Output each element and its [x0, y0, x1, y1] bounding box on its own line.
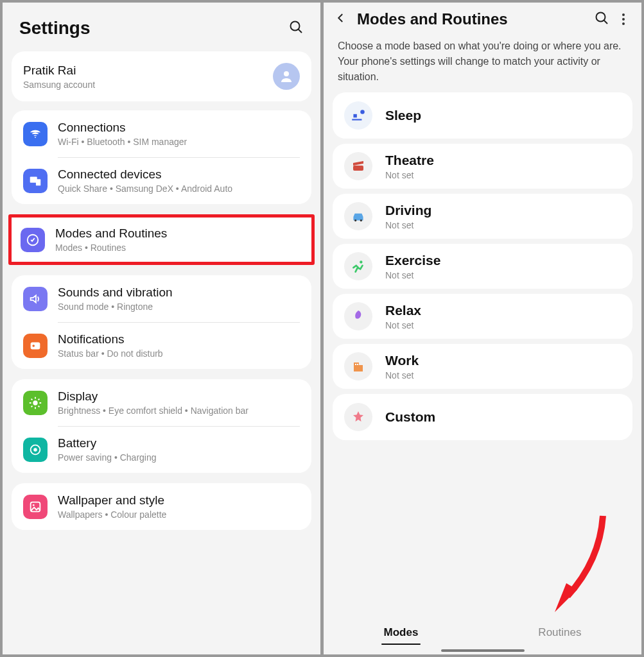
list-item-title: Display [58, 389, 248, 404]
settings-group-3: Display Brightness • Eye comfort shield … [12, 379, 311, 473]
page-title: Settings [19, 18, 90, 38]
settings-header: Settings [3, 3, 320, 47]
mode-exercise[interactable]: Exercise Not set [333, 244, 632, 289]
svg-point-7 [32, 345, 35, 347]
svg-rect-29 [359, 365, 363, 371]
highlighted-modes-routines[interactable]: Modes and Routines Modes • Routines [8, 214, 315, 265]
sound-icon [23, 287, 48, 311]
list-item-sub: Wallpapers • Colour palette [58, 509, 166, 520]
svg-rect-31 [357, 364, 358, 365]
notifications-icon [23, 334, 48, 358]
list-item-title: Battery [58, 436, 157, 450]
exercise-icon [344, 252, 372, 280]
list-item-notifications[interactable]: Notifications Status bar • Do not distur… [12, 322, 311, 369]
avatar [273, 63, 300, 90]
search-icon[interactable] [594, 10, 609, 28]
modes-routines-icon [21, 228, 45, 252]
svg-line-22 [604, 21, 608, 24]
svg-line-15 [31, 405, 33, 407]
devices-icon [23, 169, 48, 193]
list-item-connections[interactable]: Connections Wi-Fi • Bluetooth • SIM mana… [12, 110, 311, 157]
modes-description: Choose a mode based on what you're doing… [324, 32, 641, 92]
svg-point-21 [596, 13, 605, 22]
svg-point-27 [360, 260, 362, 263]
mode-relax[interactable]: Relax Not set [333, 294, 632, 339]
mode-sub: Not set [385, 370, 419, 380]
list-item-connected-devices[interactable]: Connected devices Quick Share • Samsung … [12, 157, 311, 204]
list-item-title: Wallpaper and style [58, 493, 166, 508]
mode-sub: Not set [385, 220, 431, 230]
svg-point-8 [33, 400, 37, 405]
svg-point-18 [33, 448, 37, 452]
battery-icon [23, 438, 48, 462]
theatre-icon [344, 152, 372, 180]
svg-point-20 [33, 504, 35, 506]
svg-rect-4 [36, 179, 40, 185]
modes-header: Modes and Routines [324, 3, 641, 32]
list-item-sub: Wi-Fi • Bluetooth • SIM manager [58, 137, 187, 147]
account-sub: Samsung account [23, 80, 95, 90]
list-item-title: Connected devices [58, 167, 232, 182]
mode-custom[interactable]: Custom [333, 394, 632, 440]
mode-title: Custom [385, 409, 435, 425]
page-title: Modes and Routines [357, 10, 584, 28]
mode-title: Exercise [385, 253, 440, 268]
svg-point-2 [284, 71, 289, 76]
list-item-sub: Brightness • Eye comfort shield • Naviga… [58, 405, 248, 416]
settings-group-4: Wallpaper and style Wallpapers • Colour … [12, 483, 311, 530]
list-item-sub: Quick Share • Samsung DeX • Android Auto [58, 183, 232, 194]
list-item-wallpaper[interactable]: Wallpaper and style Wallpapers • Colour … [12, 483, 311, 530]
mode-sub: Not set [385, 320, 421, 330]
list-item-title: Modes and Routines [55, 226, 167, 241]
list-item-sub: Status bar • Do not disturb [58, 348, 163, 359]
mode-sleep[interactable]: Sleep [333, 92, 632, 139]
wallpaper-icon [23, 495, 48, 519]
list-item-battery[interactable]: Battery Power saving • Charging [12, 426, 311, 473]
svg-rect-30 [355, 364, 356, 365]
svg-line-16 [39, 398, 40, 400]
mode-title: Driving [385, 203, 431, 218]
relax-icon [344, 302, 372, 330]
sleep-icon [344, 101, 372, 130]
driving-icon [344, 202, 372, 230]
settings-group-1: Connections Wi-Fi • Bluetooth • SIM mana… [12, 110, 311, 204]
list-item-sub: Sound mode • Ringtone [58, 302, 173, 312]
mode-title: Theatre [385, 153, 434, 168]
search-icon[interactable] [288, 19, 304, 37]
svg-line-14 [39, 405, 40, 407]
mode-theatre[interactable]: Theatre Not set [333, 144, 632, 189]
modes-list: Sleep Theatre Not set Driving Not set [324, 92, 641, 617]
display-icon [23, 391, 48, 415]
modes-routines-screen: Modes and Routines Choose a mode based o… [324, 3, 641, 654]
svg-point-25 [354, 219, 356, 221]
list-item-title: Notifications [58, 332, 163, 346]
account-name: Pratik Rai [23, 64, 95, 78]
svg-point-26 [360, 219, 362, 221]
svg-line-1 [299, 30, 302, 33]
svg-point-0 [291, 22, 300, 31]
more-icon[interactable] [620, 11, 627, 28]
mode-work[interactable]: Work Not set [333, 344, 632, 389]
svg-point-23 [360, 110, 365, 114]
list-item-sounds[interactable]: Sounds and vibration Sound mode • Ringto… [12, 275, 311, 322]
settings-group-2: Sounds and vibration Sound mode • Ringto… [12, 275, 311, 369]
back-icon[interactable] [335, 12, 347, 26]
mode-driving[interactable]: Driving Not set [333, 194, 632, 239]
work-icon [344, 352, 372, 380]
settings-screen: Settings Pratik Rai Samsung account Conn… [3, 3, 320, 654]
mode-sub: Not set [385, 170, 434, 180]
svg-line-13 [31, 398, 33, 400]
list-item-display[interactable]: Display Brightness • Eye comfort shield … [12, 379, 311, 426]
list-item-sub: Modes • Routines [55, 243, 167, 253]
account-card[interactable]: Pratik Rai Samsung account [12, 51, 311, 101]
mode-title: Sleep [385, 108, 421, 123]
mode-sub: Not set [385, 270, 440, 280]
home-indicator [441, 649, 525, 652]
list-item-sub: Power saving • Charging [58, 452, 157, 463]
svg-rect-24 [353, 166, 363, 171]
tab-routines[interactable]: Routines [535, 621, 584, 644]
tab-modes[interactable]: Modes [381, 621, 421, 644]
bottom-tabs: Modes Routines [324, 617, 641, 647]
wifi-icon [23, 122, 48, 146]
custom-icon [344, 403, 372, 431]
